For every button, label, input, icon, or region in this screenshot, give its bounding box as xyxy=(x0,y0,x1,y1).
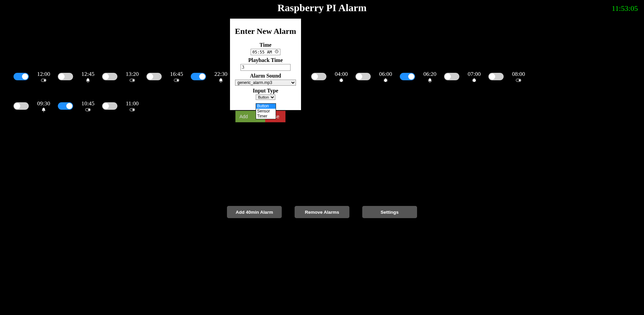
bell-icon xyxy=(214,78,228,83)
alarm-toggle[interactable] xyxy=(102,102,117,110)
toggle-icon xyxy=(125,78,139,83)
clock-icon[interactable] xyxy=(275,49,279,55)
alarm-item: 06:00 xyxy=(355,71,400,83)
page-title: Raspberry PI Alarm xyxy=(0,2,644,14)
bug-icon xyxy=(379,78,392,83)
toggle-icon xyxy=(512,78,525,83)
alarm-time: 09:30 xyxy=(37,101,50,106)
toggle-icon xyxy=(170,78,183,83)
alarm-info: 09:30 xyxy=(37,101,50,112)
bug-icon xyxy=(467,78,481,83)
alarm-toggle[interactable] xyxy=(102,73,117,80)
add-40min-alarm-button[interactable]: Add 40min Alarm xyxy=(227,206,282,218)
alarm-info: 10:45 xyxy=(81,101,95,112)
bug-icon xyxy=(335,78,348,83)
input-type-select[interactable]: Button xyxy=(256,94,275,100)
alarm-info: 07:00 xyxy=(467,71,481,83)
alarm-info: 06:00 xyxy=(379,71,392,83)
alarm-item: 04:00 xyxy=(311,71,355,83)
alarm-item: 12:45 xyxy=(58,71,102,83)
alarm-row: 09:3010:4511:00 xyxy=(14,101,644,112)
settings-button[interactable]: Settings xyxy=(362,206,417,218)
new-alarm-modal: Enter New Alarm Time 05:55 AM Playback T… xyxy=(230,19,301,110)
time-label: Time xyxy=(230,42,301,48)
alarm-time: 10:45 xyxy=(81,101,95,106)
alarm-info: 06:20 xyxy=(423,71,437,83)
alarm-time: 04:00 xyxy=(335,71,348,77)
alarm-time: 06:00 xyxy=(379,71,392,77)
toggle-icon xyxy=(125,107,139,112)
clock-display: 11:53:05 xyxy=(612,4,638,13)
toggle-icon xyxy=(81,107,95,112)
alarm-time: 12:00 xyxy=(37,71,50,77)
alarm-info: 16:45 xyxy=(170,71,183,83)
alarm-info: 13:20 xyxy=(125,71,139,83)
alarm-toggle[interactable] xyxy=(58,73,73,80)
alarm-toggle[interactable] xyxy=(400,73,415,80)
bell-icon xyxy=(37,107,50,112)
alarm-sound-select[interactable]: generic_alarm.mp3 xyxy=(235,80,296,86)
alarm-info: 22:30 xyxy=(214,71,228,83)
alarm-time: 08:00 xyxy=(512,71,525,77)
input-type-dropdown[interactable]: Button Sensor Timer xyxy=(256,103,276,119)
alarm-info: 12:45 xyxy=(81,71,95,83)
alarm-item: 09:30 xyxy=(14,101,58,112)
footer-toolbar: Add 40min Alarm Remove Alarms Settings xyxy=(0,206,644,218)
dropdown-option-timer[interactable]: Timer xyxy=(256,114,276,119)
alarm-row: 12:0012:4513:2016:4522:3004:0006:0006:20… xyxy=(14,71,644,83)
remove-alarms-button[interactable]: Remove Alarms xyxy=(295,206,349,218)
input-type-label: Input Type xyxy=(230,88,301,94)
alarm-info: 11:00 xyxy=(125,101,139,112)
alarm-time: 12:45 xyxy=(81,71,95,77)
alarm-toggle[interactable] xyxy=(311,73,326,80)
alarm-info: 12:00 xyxy=(37,71,50,83)
alarm-item: 08:00 xyxy=(488,71,533,83)
playback-time-label: Playback Time xyxy=(230,57,301,63)
alarm-grid: 12:0012:4513:2016:4522:3004:0006:0006:20… xyxy=(0,71,644,112)
alarm-time: 06:20 xyxy=(423,71,437,77)
alarm-item: 10:45 xyxy=(58,101,102,112)
alarm-time: 13:20 xyxy=(125,71,139,77)
alarm-item: 11:00 xyxy=(102,101,146,112)
alarm-toggle[interactable] xyxy=(488,73,504,80)
alarm-toggle[interactable] xyxy=(146,73,162,80)
alarm-item: 06:20 xyxy=(400,71,444,83)
bell-icon xyxy=(423,78,437,83)
alarm-time: 16:45 xyxy=(170,71,183,77)
time-value: 05:55 AM xyxy=(252,50,272,55)
playback-time-input[interactable] xyxy=(240,64,291,71)
alarm-item: 22:30 xyxy=(191,71,235,83)
alarm-time: 11:00 xyxy=(125,101,139,106)
alarm-info: 08:00 xyxy=(512,71,525,83)
alarm-info: 04:00 xyxy=(335,71,348,83)
alarm-toggle[interactable] xyxy=(58,102,73,110)
dropdown-option-sensor[interactable]: Sensor xyxy=(256,109,276,114)
dropdown-option-button[interactable]: Button xyxy=(256,104,276,109)
alarm-toggle[interactable] xyxy=(191,73,206,80)
modal-title: Enter New Alarm xyxy=(230,27,301,36)
alarm-toggle[interactable] xyxy=(444,73,459,80)
alarm-item: 12:00 xyxy=(14,71,58,83)
alarm-toggle[interactable] xyxy=(14,73,29,80)
alarm-item: 07:00 xyxy=(444,71,488,83)
header: Raspberry PI Alarm 11:53:05 xyxy=(0,0,644,14)
toggle-icon xyxy=(37,78,50,83)
alarm-time: 07:00 xyxy=(467,71,481,77)
time-input[interactable]: 05:55 AM xyxy=(251,49,280,55)
alarm-toggle[interactable] xyxy=(14,102,29,110)
alarm-toggle[interactable] xyxy=(355,73,371,80)
bell-icon xyxy=(81,78,95,83)
alarm-sound-label: Alarm Sound xyxy=(230,73,301,79)
alarm-time: 22:30 xyxy=(214,71,228,77)
alarm-item: 16:45 xyxy=(146,71,191,83)
alarm-item: 13:20 xyxy=(102,71,146,83)
